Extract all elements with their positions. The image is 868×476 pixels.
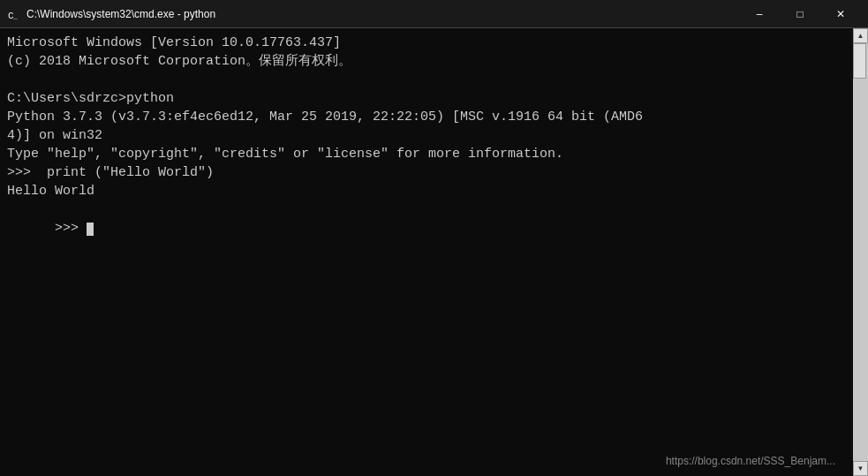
terminal-prompt-line: >>> <box>7 200 846 256</box>
scrollbar-thumb[interactable] <box>853 43 866 79</box>
window-title: C:\Windows\system32\cmd.exe - python <box>26 8 739 20</box>
window-content: Microsoft Windows [Version 10.0.17763.43… <box>0 28 868 476</box>
title-bar: C _ C:\Windows\system32\cmd.exe - python… <box>0 0 868 28</box>
terminal-line: Microsoft Windows [Version 10.0.17763.43… <box>7 34 846 52</box>
terminal-line: (c) 2018 Microsoft Corporation。保留所有权利。 <box>7 52 846 71</box>
scroll-down-button[interactable]: ▼ <box>853 461 868 476</box>
svg-text:_: _ <box>12 12 18 20</box>
scroll-up-button[interactable]: ▲ <box>853 28 868 43</box>
terminal-line: >>> print ("Hello World") <box>7 163 846 182</box>
cmd-icon: C _ <box>7 7 21 21</box>
scrollbar[interactable]: ▲ ▼ <box>853 28 868 476</box>
minimize-button[interactable]: – <box>739 0 780 28</box>
terminal-line: Python 3.7.3 (v3.7.3:ef4ec6ed12, Mar 25 … <box>7 108 846 126</box>
scrollbar-track[interactable] <box>853 43 868 461</box>
terminal-area[interactable]: Microsoft Windows [Version 10.0.17763.43… <box>0 28 853 476</box>
terminal-line <box>7 71 846 89</box>
maximize-button[interactable]: □ <box>780 0 820 28</box>
terminal-line: 4)] on win32 <box>7 126 846 145</box>
terminal-line: Type "help", "copyright", "credits" or "… <box>7 145 846 163</box>
terminal-line: C:\Users\sdrzc>python <box>7 89 846 108</box>
terminal-line: Hello World <box>7 182 846 200</box>
watermark: https://blog.csdn.net/SSS_Benjam... <box>666 454 835 469</box>
cursor <box>87 223 94 236</box>
window-controls: – □ ✕ <box>739 0 861 28</box>
close-button[interactable]: ✕ <box>820 0 861 28</box>
